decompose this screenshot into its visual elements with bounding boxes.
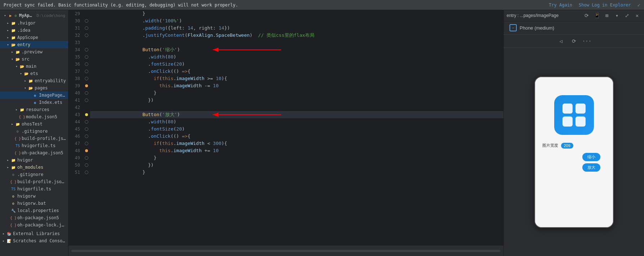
code-line-38[interactable]: if(this.imageWidth >= 10){ [90, 75, 503, 82]
line-numbers: 2930313233343536373839404142434445464748… [69, 10, 83, 245]
code-line-36[interactable]: .fontSize(20) [90, 61, 503, 68]
sidebar-item-oh-package-lock[interactable]: { } oh-package-lock.json5 [0, 221, 68, 229]
gutter-circle[interactable] [85, 34, 88, 37]
hvigor-folder-icon: 📁 [11, 21, 16, 26]
sync-icon[interactable]: ⟳ [583, 12, 591, 19]
gutter-circle[interactable] [85, 62, 88, 66]
back-btn[interactable]: ◁ [557, 37, 565, 45]
code-line-43[interactable]: Button('放大') [90, 111, 503, 118]
code-line-48[interactable]: this.imageWidth += 10 [90, 147, 503, 154]
code-line-42[interactable] [90, 104, 503, 111]
sidebar-item-hvigor2[interactable]: 📁 hvigor [0, 156, 68, 164]
sidebar-item-hvigorw-bat[interactable]: ⚙ hvigorw.bat [0, 200, 68, 207]
sidebar-item-index[interactable]: ◉ Index.ets [0, 99, 68, 106]
show-log-link[interactable]: Show Log in Explorer [579, 3, 631, 8]
gutter-circle[interactable] [85, 171, 88, 174]
sidebar-item-gitignore1[interactable]: ⚙ .gitignore [0, 128, 68, 135]
gutter-circle[interactable] [85, 91, 88, 95]
gutter-circle[interactable] [85, 120, 88, 124]
try-again-link[interactable]: Try Again [549, 3, 572, 8]
gutter-circle[interactable] [85, 134, 88, 138]
code-line-44[interactable]: .width(80) [90, 118, 503, 125]
sidebar-item-oh-package2[interactable]: { } oh-package.json5 [0, 214, 68, 221]
grid-icon[interactable]: ⊞ [603, 12, 611, 19]
code-line-51[interactable]: } [90, 169, 503, 176]
sidebar-item-preview[interactable]: 📁 .preview [0, 48, 68, 56]
breakpoint-dot[interactable] [85, 84, 88, 87]
preview-shrink-btn[interactable]: 缩小 [582, 153, 600, 161]
code-line-40[interactable]: } [90, 89, 503, 97]
code-line-29[interactable]: } [90, 10, 503, 17]
gutter-circle[interactable] [85, 70, 88, 73]
sidebar-item-oh-package1[interactable]: { } oh-package.json5 [0, 149, 68, 156]
gutter-line-35 [83, 53, 90, 61]
gutter-line-30 [83, 17, 90, 25]
code-line-46[interactable]: .onClick(() =>{ [90, 133, 503, 140]
sidebar-item-oh-modules[interactable]: 📁 oh_modules [0, 164, 68, 171]
preview-enlarge-btn[interactable]: 放大 [582, 163, 600, 172]
sidebar-item-entryability[interactable]: 📁 entryability [0, 77, 68, 84]
expand-icon[interactable]: ⤢ [623, 12, 631, 19]
sidebar-item-idea[interactable]: 📁 .idea [0, 27, 68, 34]
debug-pointer [85, 113, 88, 116]
phone-icon[interactable]: 📱 [593, 12, 601, 19]
gutter-circle[interactable] [85, 48, 88, 52]
sidebar-item-gitignore2[interactable]: ⚙ .gitignore [0, 171, 68, 178]
sidebar-item-local-props[interactable]: 🔧 local.properties [0, 207, 68, 214]
sidebar-item-imagepage[interactable]: ◉ ImagePage.ets [0, 92, 68, 99]
gutter-line-36 [83, 61, 90, 68]
sidebar-item-entry[interactable]: 📂 entry [0, 41, 68, 48]
code-line-47[interactable]: if(this.imageWidth < 300){ [90, 140, 503, 147]
code-line-30[interactable]: .width('100%') [90, 17, 503, 25]
code-line-34[interactable]: Button('缩小') [90, 46, 503, 53]
gutter-circle[interactable] [85, 26, 88, 30]
code-line-37[interactable]: .onClick(() =>{ [90, 68, 503, 75]
code-line-31[interactable]: .padding({left: 14, right: 14}) [90, 25, 503, 32]
sidebar-item-hvigor[interactable]: 📁 .hvigor [0, 19, 68, 27]
gutter-circle[interactable] [85, 98, 88, 102]
sidebar-item-src[interactable]: 📂 src [0, 56, 68, 63]
sidebar-item-hvigorfile1[interactable]: TS hvigorfile.ts [0, 142, 68, 149]
dropdown-icon[interactable]: ▾ [613, 12, 621, 19]
horizontal-scrollbar[interactable] [71, 250, 500, 252]
sidebar-item-hvigorfile2[interactable]: TS hvigorfile.ts [0, 185, 68, 193]
more-options-btn[interactable]: ··· [583, 37, 591, 45]
sidebar-item-ets[interactable]: 📂 ets [0, 70, 68, 77]
sidebar-item-pages[interactable]: 📂 pages [0, 84, 68, 92]
gutter-circle[interactable] [85, 55, 88, 59]
code-line-35[interactable]: .width(80) [90, 53, 503, 61]
code-line-49[interactable]: } [90, 154, 503, 162]
code-line-45[interactable]: .fontSize(20) [90, 125, 503, 133]
ets-label: ets [30, 71, 38, 76]
gutter-circle[interactable] [85, 19, 88, 23]
gutter-line-44 [83, 118, 90, 125]
device-selector[interactable]: ▭ Phone (medium) [504, 21, 644, 35]
sidebar-item-build-profile2[interactable]: { } build-profile.json5 [0, 178, 68, 185]
project-root[interactable]: ▶ ⚙ MyApplication D:\code\hong [0, 12, 68, 19]
rotate-btn[interactable]: ⟳ [570, 37, 578, 45]
breakpoint-dot[interactable] [85, 149, 88, 152]
code-area-wrapper[interactable]: } .width('100%') .padding({left: 14, rig… [90, 10, 503, 245]
gutter-circle[interactable] [85, 156, 88, 160]
sidebar-item-build-profile1[interactable]: { } build-profile.json5 [0, 135, 68, 142]
gutter-circle[interactable] [85, 77, 88, 80]
code-line-39[interactable]: this.imageWidth -= 10 [90, 82, 503, 89]
app-icon-dot-2 [575, 103, 586, 114]
sidebar-item-ohostest[interactable]: 📁 ohosTest [0, 120, 68, 128]
sidebar-item-hvigorw[interactable]: ⚙ hvigorw [0, 193, 68, 200]
gutter-circle[interactable] [85, 127, 88, 131]
code-line-41[interactable]: }) [90, 97, 503, 104]
code-line-50[interactable]: }) [90, 162, 503, 169]
gutter-circle[interactable] [85, 163, 88, 167]
sidebar-item-main[interactable]: 📂 main [0, 63, 68, 70]
sidebar-item-resources[interactable]: 📁 resources [0, 106, 68, 113]
sidebar-item-module-json[interactable]: { } module.json5 [0, 113, 68, 120]
code-line-33[interactable] [90, 39, 503, 46]
code-line-32[interactable]: .justifyContent(FlexAlign.SpaceBetween) … [90, 32, 503, 39]
sidebar-item-scratches[interactable]: 📝 Scratches and Consoles [0, 237, 68, 244]
gutter-circle[interactable] [85, 142, 88, 145]
sidebar-item-ext-libs[interactable]: 📚 External Libraries [0, 230, 68, 237]
sidebar-item-appscope[interactable]: 📁 AppScope [0, 34, 68, 41]
close-panel-icon[interactable]: ✕ [633, 12, 641, 19]
entryability-arrow [23, 79, 27, 83]
